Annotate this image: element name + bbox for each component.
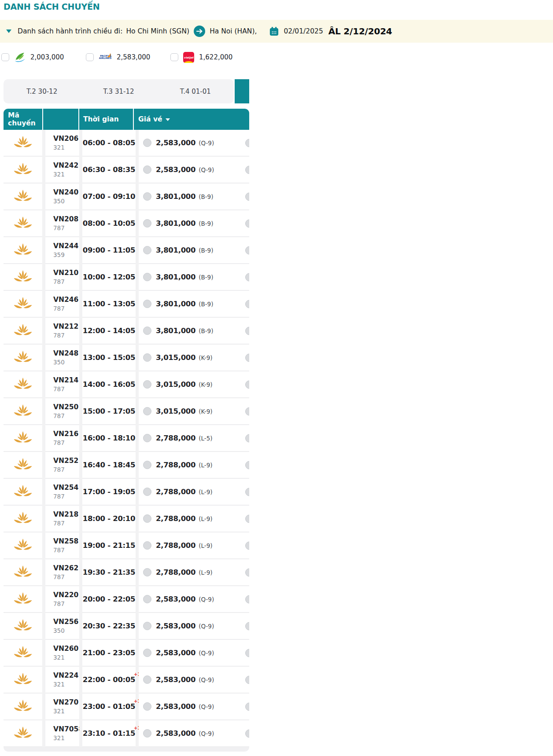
flight-row[interactable]: VN26032121:00 - 23:052,583,000(Q-9) [4,640,249,667]
flight-row[interactable]: VN21478714:00 - 16:053,015,000(K-9) [4,371,249,398]
fare-radio-button[interactable] [143,488,151,496]
aircraft-type: 350 [53,627,79,634]
fare-radio-button-partial[interactable] [245,622,249,630]
date-tab-selected-partial[interactable] [235,79,249,103]
airline-filter[interactable]: vietjet1,622,000 [170,49,232,65]
fare-radio-button-partial[interactable] [245,675,249,684]
fare-radio-button[interactable] [143,514,151,523]
fare-radio-button[interactable] [143,622,151,630]
airline-filter[interactable]: PACIFICAIRLINES2,583,000 [86,49,150,65]
fare-radio-button-partial[interactable] [245,514,249,523]
fare-radio-button[interactable] [143,165,151,174]
fare-radio-button[interactable] [143,192,151,201]
fare-price: 2,583,000 [156,165,195,174]
fare-radio-button-partial[interactable] [245,595,249,603]
fare-radio-button[interactable] [143,541,151,550]
flight-row[interactable]: VN25278716:40 - 18:452,788,000(L-9) [4,452,249,479]
header-price-sort[interactable]: Giá vé [133,109,249,130]
fare-radio-button[interactable] [143,461,151,469]
flight-row[interactable]: VN22078720:00 - 22:052,583,000(Q-9) [4,586,249,613]
fare-radio-button[interactable] [143,595,151,603]
fare-radio-button[interactable] [143,434,151,442]
fare-radio-button[interactable] [143,273,151,281]
flight-row[interactable]: VN21278712:00 - 14:053,801,000(B-9) [4,318,249,345]
flight-row[interactable]: VN24232106:30 - 08:352,583,000(Q-9) [4,157,249,183]
flight-row[interactable]: VN24678711:00 - 13:053,801,000(B-9) [4,291,249,318]
fare-radio-button[interactable] [143,300,151,308]
flight-row[interactable]: VN21878718:00 - 20:102,788,000(L-9) [4,506,249,532]
fare-radio-button-partial[interactable] [245,219,249,228]
fare-radio-button[interactable] [143,139,151,147]
flight-row[interactable]: VN24835013:00 - 15:053,015,000(K-9) [4,345,249,371]
fare-price: 2,583,000 [156,675,195,684]
flight-row[interactable]: VN25078715:00 - 17:053,015,000(K-9) [4,398,249,425]
fare-radio-button-partial[interactable] [245,139,249,147]
flight-row[interactable]: VN21678716:00 - 18:102,788,000(L-5) [4,425,249,452]
airline-filter[interactable]: 2,003,000 [1,49,64,65]
flight-time: 16:00 - 18:10 [83,434,135,442]
vietnam-airlines-lotus-logo [13,511,33,526]
flight-row[interactable]: VN25478717:00 - 19:052,788,000(L-9) [4,479,249,506]
fare-radio-button-partial[interactable] [245,568,249,576]
fare-radio-button-partial[interactable] [245,649,249,657]
header-price-label: Giá vé [138,115,162,123]
fare-radio-button-partial[interactable] [245,273,249,281]
date-tab[interactable]: T.4 01-01 [157,79,234,103]
fare-radio-button-partial[interactable] [245,327,249,335]
flight-row[interactable]: VN20878708:00 - 10:053,801,000(B-9) [4,210,249,237]
column-gutter [42,694,45,720]
aircraft-type: 321 [53,681,79,688]
fare-radio-button[interactable] [143,568,151,576]
flight-row[interactable]: VN24035007:00 - 09:103,801,000(B-9) [4,183,249,210]
fare-radio-button-partial[interactable] [245,300,249,308]
origin-city: Ho Chi Minh (SGN) [126,27,189,35]
route-arrow-icon [194,26,205,37]
flight-row[interactable]: VN705832123:10 - 01:15+12,583,000(Q-9) [4,720,249,747]
fare-radio-button[interactable] [143,246,151,254]
fare-radio-button[interactable] [143,649,151,657]
fare-radio-button[interactable] [143,380,151,389]
column-gutter [136,640,139,667]
flight-row[interactable]: VN25635020:30 - 22:352,583,000(Q-9) [4,613,249,640]
fare-radio-button[interactable] [143,219,151,228]
vietnam-airlines-lotus-logo [13,242,33,258]
fare-radio-button[interactable] [143,407,151,415]
fare-radio-button-partial[interactable] [245,488,249,496]
fare-radio-button-partial[interactable] [245,407,249,415]
flight-row[interactable]: VN27032123:00 - 01:05+12,583,000(Q-9) [4,694,249,720]
airline-filter-checkbox[interactable] [170,53,178,61]
flight-row[interactable]: VN21078710:00 - 12:053,801,000(B-9) [4,264,249,291]
fare-radio-button[interactable] [143,729,151,738]
fare-radio-button[interactable] [143,327,151,335]
aircraft-type: 787 [53,547,79,554]
fare-radio-button-partial[interactable] [245,729,249,738]
flight-row[interactable]: VN26278719:30 - 21:352,788,000(L-9) [4,559,249,586]
date-tab[interactable]: T.2 30-12 [4,79,80,103]
fare-radio-button-partial[interactable] [245,246,249,254]
fare-radio-button-partial[interactable] [245,165,249,174]
flight-code: VN270 [53,698,79,706]
fare-radio-button-partial[interactable] [245,702,249,711]
airline-filter-checkbox[interactable] [1,53,9,61]
airline-filter-checkbox[interactable] [86,53,94,61]
fare-radio-button-partial[interactable] [245,380,249,389]
fare-radio-button[interactable] [143,675,151,684]
flight-row[interactable]: VN22432122:00 - 00:05+12,583,000(Q-9) [4,667,249,694]
column-gutter [79,694,82,720]
column-gutter [42,318,45,345]
flight-row[interactable]: VN24435909:00 - 11:053,801,000(B-9) [4,237,249,264]
vietnam-airlines-lotus-logo [13,565,33,580]
fare-radio-button[interactable] [143,353,151,362]
fare-radio-button[interactable] [143,702,151,711]
collapse-chevron-icon[interactable] [6,29,11,33]
flight-row[interactable]: VN20632106:00 - 08:052,583,000(Q-9) [4,130,249,157]
fare-radio-button-partial[interactable] [245,434,249,442]
column-gutter [42,613,45,640]
calendar-icon[interactable] [269,26,279,37]
date-tab[interactable]: T.3 31-12 [80,79,157,103]
fare-radio-button-partial[interactable] [245,461,249,469]
flight-row[interactable]: VN25878719:00 - 21:152,788,000(L-9) [4,532,249,559]
fare-radio-button-partial[interactable] [245,541,249,550]
fare-radio-button-partial[interactable] [245,192,249,201]
fare-radio-button-partial[interactable] [245,353,249,362]
